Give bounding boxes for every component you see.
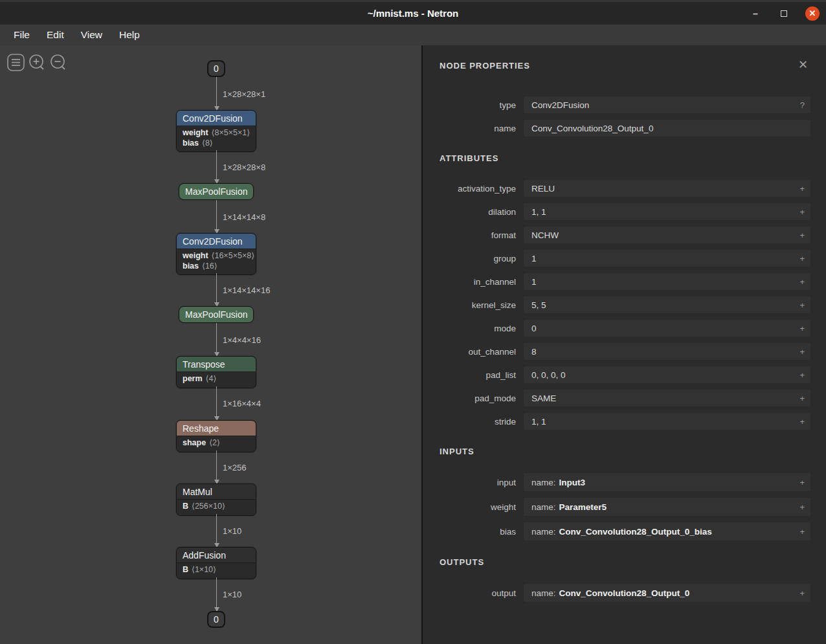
input-value-box[interactable]: name:Parameter5+ — [524, 498, 810, 516]
help-icon[interactable]: ? — [800, 100, 805, 110]
menu-help[interactable]: Help — [111, 27, 148, 43]
attr-name: B — [183, 502, 188, 511]
type-value-box[interactable]: Conv2DFusion ? — [524, 96, 810, 113]
expand-icon[interactable]: + — [799, 417, 805, 427]
output-value-box[interactable]: name:Conv_Convolution28_Output_0+ — [524, 584, 810, 602]
graph-input-node[interactable]: 0 — [207, 60, 225, 77]
attribute-row: in_channel 1+ — [440, 273, 810, 290]
zoom-in-icon[interactable] — [30, 55, 43, 69]
attribute-value: 1, 1 — [531, 207, 546, 217]
attribute-value-box[interactable]: 1, 1+ — [524, 203, 810, 220]
attr-value: ⟨1×10⟩ — [192, 565, 216, 574]
menu-edit[interactable]: Edit — [38, 27, 73, 43]
output-row: output name:Conv_Convolution28_Output_0+ — [440, 584, 810, 602]
graph-canvas[interactable]: 0 1×28×28×1 Conv2DFusion weight⟨8×5×5×1⟩… — [0, 45, 421, 644]
node-title: Conv2DFusion — [183, 236, 243, 247]
attribute-value-box[interactable]: 0, 0, 0, 0+ — [524, 366, 810, 383]
expand-icon[interactable]: + — [799, 527, 805, 537]
row-label: pad_list — [440, 370, 516, 380]
attr-value: ⟨4⟩ — [206, 374, 217, 383]
attr-name: bias — [183, 139, 199, 148]
input-row: weight name:Parameter5+ — [440, 498, 810, 516]
panel-title: NODE PROPERTIES — [440, 61, 810, 71]
graph-node-transpose[interactable]: Transpose perm⟨4⟩ — [176, 356, 256, 388]
graph-node-conv2dfusion-1[interactable]: Conv2DFusion weight⟨8×5×5×1⟩ bias⟨8⟩ — [176, 110, 256, 152]
name-prefix: name: — [531, 527, 556, 537]
expand-icon[interactable]: + — [799, 502, 805, 512]
attribute-value-box[interactable]: SAME+ — [524, 390, 810, 406]
attribute-value: 1, 1 — [531, 417, 546, 427]
node-body: perm⟨4⟩ — [177, 372, 256, 388]
expand-icon[interactable]: + — [799, 184, 805, 194]
input-value-box[interactable]: name:Input3+ — [524, 473, 810, 491]
graph-node-addfusion[interactable]: AddFusion B⟨1×10⟩ — [176, 547, 256, 579]
attribute-value-box[interactable]: 8+ — [524, 343, 810, 360]
attribute-value: NCHW — [531, 230, 559, 240]
name-value-box[interactable]: Conv_Convolution28_Output_0 — [524, 120, 810, 137]
expand-icon[interactable]: + — [799, 478, 805, 487]
attribute-value-box[interactable]: NCHW+ — [524, 227, 810, 243]
menu-file[interactable]: File — [5, 27, 38, 43]
node-title: MatMul — [183, 487, 212, 497]
attribute-value-box[interactable]: 1, 1+ — [524, 413, 810, 430]
expand-icon[interactable]: + — [799, 254, 805, 263]
node-body: B⟨256×10⟩ — [177, 500, 256, 515]
name-prefix: name: — [531, 478, 556, 487]
graph-edge-5: 1×4×4×16 — [216, 323, 217, 356]
attribute-value: 1 — [531, 277, 537, 287]
attribute-value-box[interactable]: 5, 5+ — [524, 296, 810, 313]
attr-name: weight — [183, 128, 208, 137]
menu-icon[interactable] — [8, 54, 24, 71]
graph-edge-2: 1×28×28×8 — [216, 150, 217, 183]
expand-icon[interactable]: + — [799, 324, 805, 333]
graph-node-conv2dfusion-2[interactable]: Conv2DFusion weight⟨16×5×5×8⟩ bias⟨16⟩ — [176, 233, 256, 275]
menu-view[interactable]: View — [73, 27, 111, 43]
attribute-row: dilation 1, 1+ — [440, 203, 810, 220]
expand-icon[interactable]: + — [799, 588, 805, 598]
menubar: File Edit View Help — [0, 25, 826, 45]
attribute-row: pad_mode SAME+ — [440, 390, 810, 406]
panel-close-icon[interactable]: ✕ — [798, 59, 808, 71]
maximize-icon — [781, 10, 787, 17]
expand-icon[interactable]: + — [799, 207, 805, 217]
graph-node-reshape[interactable]: Reshape shape⟨2⟩ — [176, 420, 256, 452]
name-value: Conv_Convolution28_Output_0 — [531, 124, 653, 133]
attr-value: ⟨16×5×5×8⟩ — [212, 251, 254, 260]
titlebar: ~/mnist.ms - Netron – ✕ — [0, 0, 826, 25]
property-row-type: type Conv2DFusion ? — [440, 96, 810, 113]
close-button[interactable]: ✕ — [805, 6, 820, 21]
attribute-value-box[interactable]: 0+ — [524, 320, 810, 337]
graph-node-matmul[interactable]: MatMul B⟨256×10⟩ — [176, 483, 256, 516]
graph-output-node[interactable]: 0 — [207, 611, 225, 628]
zoom-out-icon[interactable] — [51, 55, 65, 69]
edge-shape-label: 1×14×14×16 — [223, 285, 270, 294]
maximize-button[interactable] — [777, 6, 791, 21]
graph-edge-6: 1×16×4×4 — [216, 386, 217, 420]
row-label: out_channel — [440, 347, 516, 357]
row-label: format — [440, 230, 516, 240]
expand-icon[interactable]: + — [799, 230, 805, 240]
minimize-button[interactable]: – — [748, 6, 763, 21]
graph-edge-1: 1×28×28×1 — [216, 77, 217, 110]
attribute-value: 8 — [531, 347, 537, 357]
edge-shape-label: 1×10 — [223, 526, 241, 535]
graph-node-maxpoolfusion-2[interactable]: MaxPoolFusion — [179, 306, 254, 323]
node-title: AddFusion — [183, 550, 226, 561]
node-header: AddFusion — [177, 548, 256, 563]
attribute-value-box[interactable]: RELU+ — [524, 180, 810, 197]
expand-icon[interactable]: + — [799, 370, 805, 380]
node-body: weight⟨8×5×5×1⟩ bias⟨8⟩ — [177, 126, 256, 151]
expand-icon[interactable]: + — [799, 394, 805, 403]
attribute-value: SAME — [531, 394, 556, 403]
input-value-box[interactable]: name:Conv_Convolution28_Output_0_bias+ — [524, 522, 810, 540]
attribute-value-box[interactable]: 1+ — [524, 250, 810, 267]
expand-icon[interactable]: + — [799, 277, 805, 287]
expand-icon[interactable]: + — [799, 347, 805, 357]
attr-value: ⟨8⟩ — [202, 139, 213, 148]
edge-shape-label: 1×4×4×16 — [223, 335, 261, 344]
node-attr: shape⟨2⟩ — [183, 438, 250, 449]
attribute-value-box[interactable]: 1+ — [524, 273, 810, 290]
expand-icon[interactable]: + — [799, 300, 805, 310]
graph-node-maxpoolfusion-1[interactable]: MaxPoolFusion — [179, 183, 254, 200]
attribute-value: 0 — [531, 324, 537, 333]
